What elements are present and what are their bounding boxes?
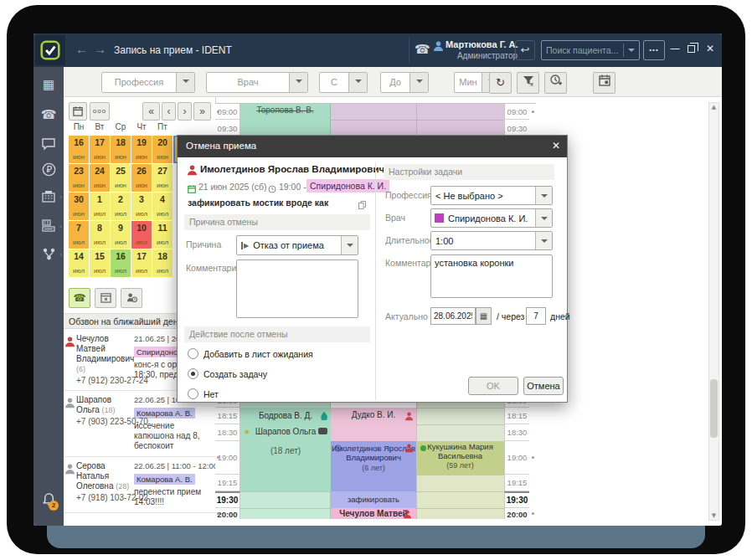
doctor-filter-select[interactable]: Врач: [206, 72, 308, 93]
calendar-day[interactable]: 18июн: [111, 136, 131, 163]
call-list-item[interactable]: Михайленко Юлия (28) +7 (923) 444-54-54 …: [64, 513, 216, 517]
minimize-button[interactable]: —: [670, 43, 680, 54]
ruble-payment-icon[interactable]: [33, 162, 64, 180]
task-comment-textarea[interactable]: установка коронки: [430, 254, 553, 298]
scroll-down-icon[interactable]: ▼: [709, 512, 719, 519]
time-to-select[interactable]: До: [380, 72, 429, 93]
task-doctor-select[interactable]: Спиридонова К. И.: [430, 208, 553, 228]
notification-count-badge: 2: [49, 501, 59, 511]
reason-select[interactable]: ▶ Отказ от приема: [236, 235, 358, 255]
phone-icon[interactable]: ☎: [415, 42, 430, 57]
calendar-day[interactable]: 25июн: [111, 164, 131, 192]
days-count-input[interactable]: [526, 307, 546, 325]
calendar-mode-button[interactable]: [69, 102, 87, 121]
calendar-day[interactable]: 10июл: [131, 221, 152, 249]
radio-waitlist[interactable]: [188, 348, 198, 359]
calendar-day[interactable]: 15июл: [90, 249, 110, 277]
calendar-day[interactable]: 24июн: [90, 164, 110, 192]
search-input[interactable]: [542, 45, 623, 55]
patient-search[interactable]: [541, 40, 640, 60]
time-marker: [217, 512, 219, 515]
appointment-toropova[interactable]: Торопова В. В.: [240, 104, 331, 136]
calendar-day[interactable]: 2июл: [111, 193, 131, 220]
appointment-bodrova[interactable]: Бодрова В. Д.: [240, 408, 331, 424]
calendar-day[interactable]: 27июн: [152, 164, 173, 192]
calendar-day[interactable]: 14июл: [69, 249, 89, 277]
calendar-day[interactable]: 7июл: [69, 221, 89, 249]
calendar-day[interactable]: 20июн: [152, 136, 173, 163]
time-from-select[interactable]: С: [319, 72, 368, 93]
call-list-item[interactable]: Серова Наталья Олеговна (28) +7 (918) 10…: [64, 457, 216, 513]
task-profession-select[interactable]: < Не выбрано >: [430, 186, 553, 205]
calendar-day[interactable]: 30июн: [69, 193, 89, 220]
appointment-dudko[interactable]: Дудко В. И.: [331, 408, 416, 441]
calendar-day[interactable]: 4июл: [152, 193, 173, 220]
radio-no-action[interactable]: [188, 388, 198, 399]
more-options-button[interactable]: •••: [643, 40, 665, 60]
calendar-day[interactable]: 16июн: [69, 136, 89, 163]
calendar-day[interactable]: 16июл: [111, 249, 131, 277]
appointment-imoletdinov[interactable]: Имолетдинов Ярослав Владимирович (6 лет): [331, 441, 416, 491]
scrollbar-thumb[interactable]: [710, 379, 718, 438]
chat-bubble-icon[interactable]: [33, 137, 64, 153]
registry-back-icon[interactable]: ↩: [515, 40, 535, 60]
search-dropdown-icon[interactable]: [624, 45, 639, 55]
calendar-day[interactable]: 23июн: [69, 164, 89, 192]
prev-year-button[interactable]: «: [142, 102, 160, 121]
ok-button[interactable]: OK: [468, 377, 518, 395]
add-time-icon[interactable]: [544, 72, 567, 94]
appointment-imoletdinov-note[interactable]: зафикировать мостик...: [331, 491, 416, 508]
copy-icon[interactable]: [358, 198, 366, 213]
section-action-header: Действие после отмены: [184, 326, 370, 342]
radio-create-task-label[interactable]: Создать задачу: [203, 369, 267, 379]
date-picker-icon[interactable]: ▦: [476, 307, 492, 325]
scroll-up-icon[interactable]: ▲: [709, 104, 719, 110]
actual-date-input[interactable]: [430, 307, 476, 325]
waiting-list-button[interactable]: [121, 288, 142, 308]
appointment-chechulov[interactable]: Чечулов Матвей: [331, 508, 416, 519]
radio-no-action-label[interactable]: Нет: [203, 389, 219, 399]
call-list-button[interactable]: ☎: [69, 288, 90, 308]
calendar-day[interactable]: 17июн: [90, 136, 110, 163]
chevron-right-icon: ›: [59, 193, 62, 201]
user-name[interactable]: Мартюкова Г. А.: [446, 39, 518, 49]
calendar-day[interactable]: 11июл: [152, 221, 173, 249]
calendar-day[interactable]: 8июл: [90, 221, 110, 249]
radio-create-task[interactable]: [188, 368, 198, 379]
calendar-day[interactable]: 1июл: [90, 193, 110, 220]
forward-arrow-icon[interactable]: →: [94, 42, 106, 56]
calendar-day[interactable]: 18июл: [152, 249, 173, 277]
prev-week-button[interactable]: ‹: [162, 102, 176, 121]
calendar-day[interactable]: 9июл: [111, 221, 131, 249]
cancel-button[interactable]: Отмена: [523, 377, 564, 395]
day-view-icon[interactable]: [593, 72, 616, 94]
cancelled-appointments-button[interactable]: [95, 288, 116, 308]
calendar-day[interactable]: 26июн: [131, 164, 152, 192]
restore-button[interactable]: [688, 45, 695, 53]
appointment-sharapov[interactable]: ★ Шарапов Ольга (18 лет): [240, 424, 331, 491]
patient-age: (6): [76, 365, 85, 373]
calendar-day[interactable]: 3июл: [131, 193, 152, 220]
next-year-button[interactable]: »: [193, 102, 211, 121]
profession-filter-select[interactable]: Профессия: [101, 72, 195, 93]
next-week-button[interactable]: ›: [178, 102, 192, 121]
close-button[interactable]: ✕: [706, 43, 714, 54]
back-arrow-icon[interactable]: ←: [75, 42, 88, 56]
task-duration-select[interactable]: 1:00: [430, 231, 553, 250]
calendar-day[interactable]: 17июл: [131, 249, 152, 277]
task-doctor-label: Врач: [385, 213, 405, 223]
app-window: ← → Запись на прием - IDENT ☎ Мартюкова …: [33, 33, 722, 526]
schedule-grid-icon[interactable]: ▦: [33, 77, 64, 92]
incoming-call-icon[interactable]: ☎: [33, 107, 64, 122]
more-dates-button[interactable]: ooo: [90, 102, 110, 121]
appointment-kukushkina[interactable]: Кукушкина Мария Васильевна (59 лет): [416, 441, 504, 475]
notifications-bell-icon[interactable]: 2: [33, 492, 64, 510]
refresh-icon[interactable]: ↻: [489, 72, 512, 94]
calendar-day[interactable]: 19июн: [131, 136, 152, 163]
clear-filter-icon[interactable]: [517, 72, 539, 94]
radio-waitlist-label[interactable]: Добавить в лист ожидания: [203, 349, 313, 359]
time-label: 19:15: [215, 475, 240, 491]
vertical-scrollbar[interactable]: ▲ ▼: [708, 102, 719, 521]
cancel-comment-textarea[interactable]: [236, 259, 358, 318]
dialog-close-icon[interactable]: ✕: [552, 140, 560, 152]
